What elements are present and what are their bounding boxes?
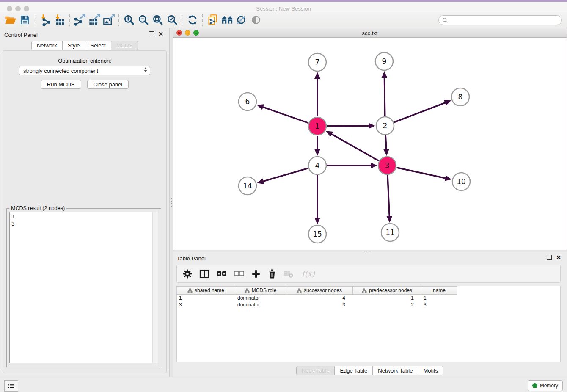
cell-successor-nodes[interactable]: 4: [286, 295, 353, 301]
result-scrollbar[interactable]: [152, 212, 158, 363]
column-header-successor-nodes[interactable]: successor nodes: [286, 286, 353, 295]
network-window-titlebar[interactable]: ✕ − + scc.txt: [173, 28, 567, 38]
column-header-predecessor-nodes[interactable]: predecessor nodes: [353, 286, 421, 295]
graph-node-4[interactable]: 4: [308, 157, 326, 174]
float-panel-icon[interactable]: [149, 31, 154, 36]
import-network-icon[interactable]: [38, 14, 52, 26]
cell-name[interactable]: 1: [421, 295, 457, 301]
memory-status-icon: [532, 383, 537, 388]
close-panel-icon[interactable]: ✕: [158, 32, 163, 36]
table-panel-title: Table Panel: [177, 254, 206, 262]
close-table-panel-icon[interactable]: ✕: [556, 255, 561, 259]
tab-style[interactable]: Style: [63, 41, 85, 50]
zoom-selected-icon[interactable]: [165, 14, 179, 26]
delete-table-icon: [284, 270, 294, 278]
cell-predecessor-nodes[interactable]: 1: [353, 295, 421, 301]
tab-network-table[interactable]: Network Table: [373, 366, 418, 375]
app-titlebar: Session: New Session: [0, 2, 567, 12]
graph-node-2[interactable]: 2: [376, 117, 394, 135]
dropdown-stepper-icon: [144, 67, 147, 72]
tab-motifs[interactable]: Motifs: [418, 366, 443, 375]
graph-node-8[interactable]: 8: [451, 88, 469, 106]
column-header-name[interactable]: name: [421, 286, 457, 295]
graph-edge-1-2[interactable]: [327, 126, 369, 126]
search-input[interactable]: [438, 15, 562, 25]
graph-edge-3-1[interactable]: [331, 134, 379, 161]
gear-icon[interactable]: [183, 269, 192, 279]
zoom-fit-icon[interactable]: [151, 14, 165, 26]
graph-node-3[interactable]: 3: [378, 157, 396, 174]
column-header-MCDS-role[interactable]: MCDS role: [235, 286, 286, 295]
folder-open-icon[interactable]: [3, 14, 18, 26]
close-panel-button[interactable]: Close panel: [87, 80, 129, 89]
graph-edge-2-3[interactable]: [385, 135, 386, 150]
graph-edge-2-9[interactable]: [384, 77, 385, 116]
plus-icon[interactable]: [251, 269, 261, 279]
task-history-button[interactable]: [4, 380, 18, 392]
tab-node-table[interactable]: Node Table: [296, 366, 335, 375]
export-network-icon[interactable]: [73, 14, 87, 26]
memory-button[interactable]: Memory: [528, 380, 563, 391]
tab-mcds[interactable]: MCDS: [111, 41, 138, 50]
copy-network-icon[interactable]: [206, 14, 220, 26]
graph-node-14[interactable]: 14: [239, 177, 256, 195]
cell-predecessor-nodes[interactable]: 2: [353, 301, 421, 308]
graph-edge-3-10[interactable]: [396, 168, 446, 178]
toolbar-separator: [69, 14, 70, 26]
graph-node-1[interactable]: 1: [308, 117, 326, 135]
save-session-icon[interactable]: [18, 14, 32, 26]
graph-node-11[interactable]: 11: [381, 224, 399, 241]
node-label: 3: [385, 161, 390, 170]
eye-icon[interactable]: [249, 14, 263, 26]
graphics-details-icon[interactable]: [234, 14, 249, 26]
export-image-icon[interactable]: [102, 14, 116, 26]
graph-node-15[interactable]: 15: [308, 225, 326, 243]
graph-edge-4-14[interactable]: [263, 168, 308, 181]
graph-edge-1-6[interactable]: [262, 107, 308, 123]
column-header-shared-name[interactable]: shared name: [177, 286, 235, 295]
mcds-result-textarea[interactable]: 1 3: [9, 212, 157, 363]
graph-edge-3-11[interactable]: [388, 175, 389, 217]
control-panel-tabs: NetworkStyleSelectMCDS: [31, 41, 138, 50]
select-all-icon[interactable]: [217, 271, 227, 277]
zoom-in-icon[interactable]: [122, 14, 136, 26]
network-view-window: ✕ − + scc.txt 7968124314101511: [173, 28, 567, 250]
cell-name[interactable]: 3: [421, 301, 457, 308]
trash-icon[interactable]: [268, 269, 276, 279]
search-text-field[interactable]: [448, 17, 561, 24]
criterion-dropdown[interactable]: strongly connected component: [19, 66, 150, 75]
graph-node-7[interactable]: 7: [308, 53, 326, 71]
graph-node-10[interactable]: 10: [452, 173, 470, 190]
cell-shared-name[interactable]: 1: [177, 295, 235, 301]
split-columns-icon[interactable]: [199, 269, 209, 279]
tab-select[interactable]: Select: [85, 41, 111, 50]
float-table-panel-icon[interactable]: [547, 255, 552, 260]
cell-MCDS-role[interactable]: dominator: [235, 301, 286, 308]
graph-node-6[interactable]: 6: [239, 93, 256, 110]
graph-edge-2-8[interactable]: [394, 102, 446, 122]
houses-icon[interactable]: [220, 14, 234, 26]
table-row[interactable]: 1dominator411: [177, 295, 560, 301]
run-mcds-button[interactable]: Run MCDS: [41, 80, 81, 89]
table-header-row: shared nameMCDS rolesuccessor nodesprede…: [177, 286, 560, 295]
svg-text:f(x): f(x): [302, 269, 315, 278]
node-label: 7: [315, 58, 320, 66]
control-panel-buttons: ✕: [149, 31, 163, 36]
refresh-icon[interactable]: [185, 14, 200, 26]
tab-network[interactable]: Network: [31, 41, 63, 50]
cell-successor-nodes[interactable]: 3: [286, 301, 353, 308]
graph-node-9[interactable]: 9: [375, 52, 393, 70]
table-row[interactable]: 3dominator323: [177, 301, 560, 308]
cell-MCDS-role[interactable]: dominator: [235, 295, 286, 301]
import-table-icon[interactable]: [52, 14, 67, 26]
zoom-out-icon[interactable]: [136, 14, 151, 26]
export-table-icon[interactable]: [87, 14, 102, 26]
tab-edge-table[interactable]: Edge Table: [335, 366, 373, 375]
network-canvas[interactable]: 7968124314101511: [173, 38, 567, 250]
mcds-result-group: MCDS result (2 nodes) 1 3: [6, 208, 161, 367]
cell-shared-name[interactable]: 3: [177, 301, 235, 308]
node-label: 9: [382, 57, 387, 66]
node-label: 8: [458, 93, 463, 101]
deselect-all-icon[interactable]: [234, 271, 244, 277]
table-panel: Table Panel ✕ f(x) shared nameMCDS roles…: [173, 252, 567, 377]
